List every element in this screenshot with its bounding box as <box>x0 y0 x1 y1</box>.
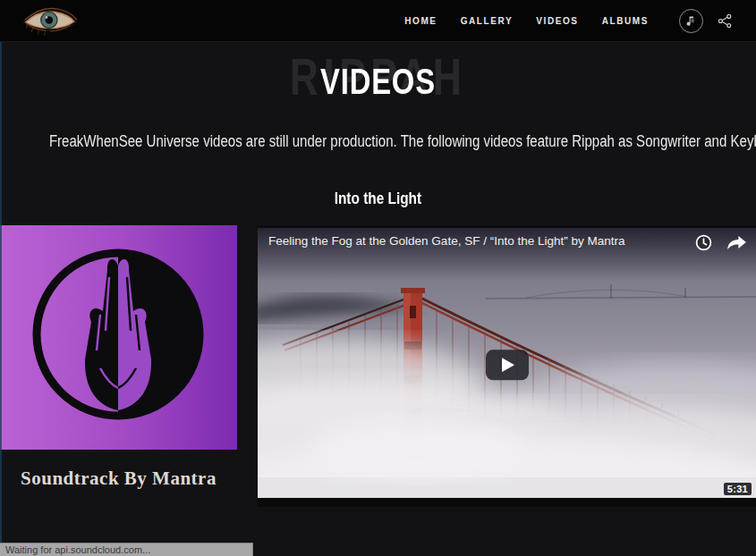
nav-videos[interactable]: VIDEOS <box>536 16 578 26</box>
watch-later-clock-icon[interactable] <box>694 233 713 252</box>
nav-albums[interactable]: ALBUMS <box>602 16 649 26</box>
nav-icons <box>679 9 733 33</box>
page: HOME GALLERY VIDEOS ALBUMS <box>0 0 756 556</box>
intro-text: FreakWhenSee Universe videos are still u… <box>0 133 756 151</box>
video-title-link[interactable]: Feeling the Fog at the Golden Gate, SF /… <box>268 234 693 248</box>
play-icon <box>502 358 514 372</box>
pressed-hands-circle-logo <box>0 225 237 450</box>
top-nav: HOME GALLERY VIDEOS ALBUMS <box>0 0 756 42</box>
left-column: Soundtrack By Mantra <box>0 225 237 507</box>
nav-gallery[interactable]: GALLERY <box>461 16 514 26</box>
artwork-caption: Soundtrack By Mantra <box>0 468 237 490</box>
browser-status-bar: Waiting for api.soundcloud.com... <box>0 543 253 556</box>
play-button[interactable] <box>486 350 529 380</box>
share-icon[interactable] <box>718 13 733 29</box>
hero: RIPPAH VIDEOS <box>0 47 756 114</box>
nav-menu: HOME GALLERY VIDEOS ALBUMS <box>381 9 733 33</box>
content-row: Soundtrack By Mantra <box>0 225 756 507</box>
page-title: VIDEOS <box>0 61 756 103</box>
music-note-icon[interactable] <box>679 9 703 33</box>
window-edge <box>0 42 2 556</box>
video-topbar-icons <box>694 233 747 252</box>
eye-logo[interactable] <box>20 3 81 38</box>
section-title: Into the Light <box>0 190 756 208</box>
youtube-embed[interactable]: Feeling the Fog at the Golden Gate, SF /… <box>258 225 756 507</box>
share-arrow-icon[interactable] <box>726 235 747 250</box>
nav-home[interactable]: HOME <box>404 16 437 26</box>
video-duration-badge: 5:31 <box>724 483 752 495</box>
